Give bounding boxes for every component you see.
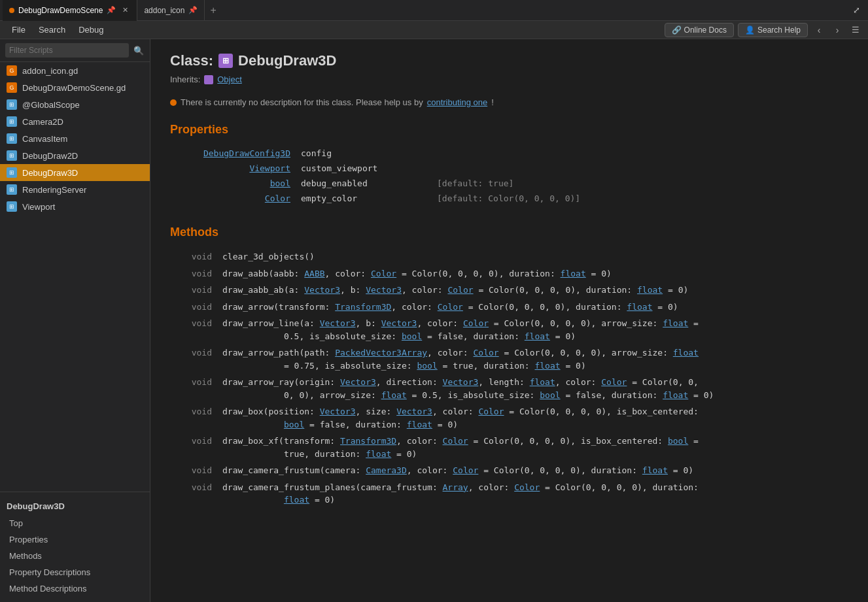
sidebar-item-canvasitem[interactable]: ⊞ CanvasItem (0, 130, 150, 147)
nav-property-descriptions[interactable]: Property Descriptions (0, 564, 150, 580)
external-link-icon: 🔗 (672, 25, 682, 35)
method-sig-draw-box-xf: draw_box_xf(transform: Transform3D, colo… (222, 435, 848, 460)
class-prefix-label: Class: (170, 52, 213, 69)
filter-scripts-input[interactable] (5, 43, 129, 58)
search-help-icon: 👤 (745, 25, 755, 35)
prop-default-debug-enabled: [default: true] (437, 178, 513, 188)
prop-name-config: config (301, 148, 432, 158)
method-ret-void: void (170, 252, 222, 261)
method-ret-void: void (170, 482, 222, 492)
online-docs-label: Online Docs (684, 25, 727, 35)
prop-type-bool[interactable]: bool (170, 178, 301, 188)
method-row-draw-box-xf: void draw_box_xf(transform: Transform3D,… (170, 433, 848, 462)
search-help-button[interactable]: 👤 Search Help (738, 23, 808, 37)
nav-forward-button[interactable]: › (830, 23, 844, 37)
sidebar-item-renderingserver[interactable]: ⊞ RenderingServer (0, 181, 150, 198)
content-area: Class: ⊞ DebugDraw3D Inherits: Object Th… (150, 39, 868, 602)
method-sig-draw-camera-frustum: draw_camera_frustum(camera: Camera3D, co… (222, 464, 848, 477)
method-row-draw-camera-frustum-planes: void draw_camera_frustum_planes(camera_f… (170, 479, 848, 509)
nav-methods[interactable]: Methods (0, 548, 150, 564)
hamburger-menu-button[interactable]: ☰ (848, 23, 863, 37)
sidebar-item-debugdrawdemoscene[interactable]: G DebugDrawDemoScene.gd (0, 79, 150, 96)
method-sig-draw-box: draw_box(position: Vector3, size: Vector… (222, 405, 848, 431)
method-ret-void: void (170, 407, 222, 416)
camera2d-icon: ⊞ (7, 116, 17, 127)
search-help-label: Search Help (757, 25, 801, 35)
sidebar: 🔍 G addon_icon.gd G DebugDrawDemoScene.g… (0, 39, 150, 602)
nav-back-button[interactable]: ‹ (812, 23, 826, 37)
nav-properties[interactable]: Properties (0, 531, 150, 548)
method-ret-void: void (170, 436, 222, 446)
properties-table: DebugDrawConfig3D config Viewport custom… (170, 146, 848, 206)
menu-debug[interactable]: Debug (72, 21, 110, 39)
property-row-config: DebugDrawConfig3D config (170, 146, 848, 161)
menu-file[interactable]: File (5, 21, 32, 39)
tab-pin-icon: 📌 (107, 6, 116, 14)
sidebar-item-debugdraw2d[interactable]: ⊞ DebugDraw2D (0, 147, 150, 164)
contributing-link[interactable]: contributing one (427, 97, 488, 107)
scripts-list: G addon_icon.gd G DebugDrawDemoScene.gd … (0, 62, 150, 492)
sidebar-item-label: Camera2D (22, 117, 63, 127)
menu-bar: File Search Debug 🔗 Online Docs 👤 Search… (0, 21, 868, 39)
method-row-draw-arrow-ray: void draw_arrow_ray(origin: Vector3, dir… (170, 374, 848, 403)
current-class-title: DebugDraw3D (0, 497, 150, 515)
sidebar-item-addon-icon[interactable]: G addon_icon.gd (0, 62, 150, 79)
sidebar-item-label: DebugDraw2D (22, 151, 78, 161)
method-row-draw-box: void draw_box(position: Vector3, size: V… (170, 403, 848, 433)
method-ret-void: void (170, 318, 222, 328)
method-sig-draw-aabb-ab: draw_aabb_ab(a: Vector3, b: Vector3, col… (222, 284, 848, 297)
debugdrawdemoscene-file-icon: G (7, 82, 17, 93)
sidebar-item-label: DebugDrawDemoScene.gd (22, 83, 126, 93)
method-row-draw-arrow-line: void draw_arrow_line(a: Vector3, b: Vect… (170, 315, 848, 344)
methods-section-title: Methods (170, 226, 848, 239)
sidebar-item-debugdraw3d[interactable]: ⊞ DebugDraw3D (0, 164, 150, 181)
method-ret-void: void (170, 285, 222, 295)
sidebar-item-camera2d[interactable]: ⊞ Camera2D (0, 113, 150, 130)
class-name-label: DebugDraw3D (238, 52, 336, 69)
prop-default-empty-color: [default: Color(0, 0, 0, 0)] (437, 193, 580, 203)
property-row-bool: bool debug_enabled [default: true] (170, 176, 848, 191)
nav-method-descriptions[interactable]: Method Descriptions (0, 580, 150, 597)
class-type-icon: ⊞ (218, 54, 233, 68)
method-row-draw-arrow-path: void draw_arrow_path(path: PackedVector3… (170, 344, 848, 374)
method-sig-draw-arrow-ray: draw_arrow_ray(origin: Vector3, directio… (222, 376, 848, 401)
property-row-color: Color empty_color [default: Color(0, 0, … (170, 191, 848, 206)
filter-search-icon[interactable]: 🔍 (133, 44, 145, 56)
method-sig-clear: clear_3d_objects() (222, 250, 848, 263)
online-docs-button[interactable]: 🔗 Online Docs (665, 23, 734, 37)
add-tab-button[interactable]: + (205, 0, 221, 21)
inherits-class-icon (204, 75, 213, 84)
sidebar-item-viewport[interactable]: ⊞ Viewport (0, 198, 150, 215)
description-dot (170, 99, 177, 106)
method-ret-void: void (170, 302, 222, 312)
nav-top[interactable]: Top (0, 515, 150, 531)
method-row-draw-camera-frustum: void draw_camera_frustum(camera: Camera3… (170, 462, 848, 479)
prop-name-viewport: custom_viewport (301, 163, 432, 173)
prop-type-viewport[interactable]: Viewport (170, 163, 301, 173)
title-bar: DebugDrawDemoScene 📌 ✕ addon_icon 📌 + ⤢ (0, 0, 868, 21)
sidebar-item-globalscope[interactable]: ⊞ @GlobalScope (0, 96, 150, 113)
inherits-line: Inherits: Object (170, 75, 848, 84)
prop-name-debug-enabled: debug_enabled (301, 178, 432, 188)
prop-type-debugdrawconfig3d[interactable]: DebugDrawConfig3D (170, 148, 301, 158)
sidebar-item-label: Viewport (22, 202, 55, 212)
tab-debugdrawdemoscene[interactable]: DebugDrawDemoScene 📌 ✕ (3, 0, 137, 21)
renderingserver-icon: ⊞ (7, 184, 17, 195)
description-suffix: ! (491, 97, 494, 107)
method-ret-void: void (170, 377, 222, 387)
inherits-label: Inherits: (170, 75, 200, 84)
method-sig-draw-aabb: draw_aabb(aabb: AABB, color: Color = Col… (222, 267, 848, 280)
debugdraw3d-icon: ⊞ (7, 167, 17, 178)
viewport-icon: ⊞ (7, 201, 17, 212)
tab-addon-icon[interactable]: addon_icon 📌 (137, 0, 205, 21)
method-ret-void: void (170, 269, 222, 278)
maximize-button[interactable]: ⤢ (847, 1, 865, 20)
menu-search[interactable]: Search (32, 21, 72, 39)
canvasitem-icon: ⊞ (7, 133, 17, 144)
prop-type-color[interactable]: Color (170, 193, 301, 203)
filter-bar: 🔍 (0, 39, 150, 62)
sidebar-item-label: DebugDraw3D (22, 168, 78, 178)
sidebar-item-label: RenderingServer (22, 185, 86, 195)
inherits-class-link[interactable]: Object (217, 75, 242, 84)
tab-close-button[interactable]: ✕ (120, 5, 130, 16)
